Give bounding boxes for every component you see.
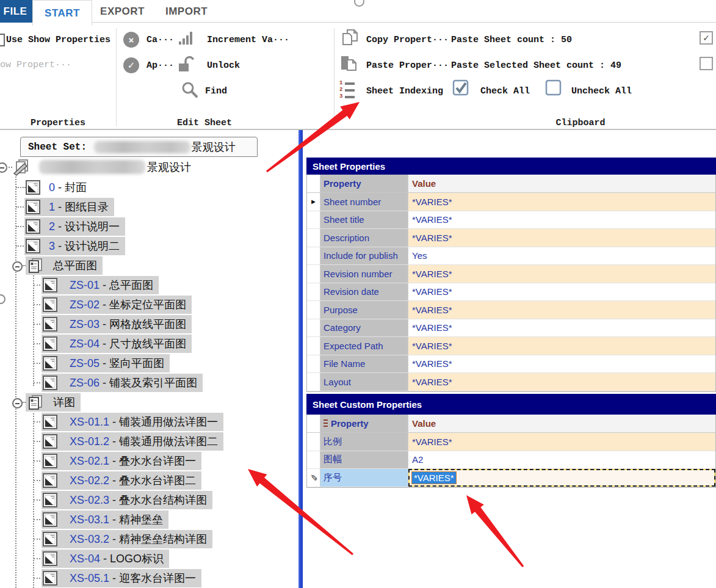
tree-item-highlight[interactable]: ZS-03 - 网格放线平面图 <box>42 315 192 333</box>
find-button[interactable]: Find <box>205 86 227 96</box>
row-indicator <box>307 319 320 337</box>
tab-import[interactable]: IMPORT <box>164 0 209 23</box>
tab-export[interactable]: EXPORT <box>99 0 145 23</box>
property-value-cell[interactable]: Yes <box>408 247 715 265</box>
property-name-cell: Revision number <box>320 265 408 283</box>
copy-properties-button[interactable]: Copy Propert··· <box>366 35 449 45</box>
tree-item[interactable]: XS-04 - LOGO标识 <box>0 549 298 568</box>
tree-item-highlight[interactable]: XS-03.1 - 精神堡垒 <box>42 510 168 529</box>
tree-item[interactable]: ZS-06 - 铺装及索引平面图 <box>0 373 298 393</box>
tree-item-highlight[interactable]: XS-02.3 - 叠水水台结构详图 <box>42 491 212 509</box>
sheet-icon <box>43 356 57 371</box>
use-show-properties-label[interactable]: Use Show Properties <box>6 35 110 45</box>
row-indicator <box>307 265 320 283</box>
tree-item[interactable]: ZS-01 - 总平面图 <box>0 275 298 295</box>
tree-item[interactable]: ZS-04 - 尺寸放线平面图 <box>0 334 298 354</box>
unlock-button[interactable]: Unlock <box>207 60 240 71</box>
check-all-button[interactable]: Check All <box>480 86 530 96</box>
paste-sheet-count-checkbox[interactable]: ✓ <box>700 31 713 45</box>
property-value-cell[interactable]: *VARIES* <box>408 193 715 211</box>
tree-item[interactable]: 详图 <box>0 393 298 412</box>
paste-properties-button[interactable]: Paste Proper··· <box>366 60 449 71</box>
tree-expander-icon[interactable] <box>12 261 23 272</box>
paste-properties-icon[interactable] <box>339 54 359 75</box>
tree-item[interactable]: XS-03.2 - 精神堡垒结构详图 <box>0 529 298 549</box>
property-value-cell[interactable]: A2 <box>408 451 715 469</box>
tree-item-highlight[interactable]: ZS-02 - 坐标定位平面图 <box>42 296 192 314</box>
increment-value-button[interactable]: Increment Va··· <box>207 35 289 45</box>
property-value-cell[interactable]: *VARIES* <box>408 301 715 319</box>
tree-item-highlight[interactable]: XS-03.2 - 精神堡垒结构详图 <box>42 530 212 548</box>
tree-item[interactable]: ZS-05 - 竖向平面图 <box>0 354 298 373</box>
sheet-icon <box>43 336 57 351</box>
property-value-cell[interactable]: *VARIES* <box>408 355 715 373</box>
tree-item[interactable]: XS-05.1 - 迎客水台详图一 <box>0 568 298 588</box>
tree-item[interactable]: ZS-03 - 网格放线平面图 <box>0 314 298 334</box>
property-value-cell[interactable]: *VARIES* <box>408 229 715 247</box>
sheet-properties-header: Sheet Properties <box>306 158 716 175</box>
tree-item[interactable]: XS-01.2 - 铺装通用做法详图二 <box>0 432 298 451</box>
tree-item[interactable]: 总平面图 <box>0 256 298 275</box>
tab-start[interactable]: START <box>32 0 92 26</box>
tree-item-highlight[interactable]: XS-04 - LOGO标识 <box>42 550 169 568</box>
tree-item[interactable]: 1 - 图纸目录 <box>0 197 298 217</box>
property-value-cell[interactable]: *VARIES* <box>408 283 715 301</box>
row-indicator <box>307 229 320 247</box>
apply-icon[interactable]: ✓ <box>123 57 139 73</box>
paste-selected-sheet-count-checkbox[interactable] <box>700 57 713 70</box>
tree-item-highlight[interactable]: ZS-05 - 竖向平面图 <box>42 354 170 372</box>
tree-item-highlight[interactable]: XS-05.1 - 迎客水台详图一 <box>42 569 201 587</box>
sheet-indexing-button[interactable]: Sheet Indexing <box>366 86 443 96</box>
tree-item-highlight[interactable]: ZS-04 - 尺寸放线平面图 <box>42 335 192 353</box>
tree-item[interactable]: XS-03.1 - 精神堡垒 <box>0 510 298 529</box>
column-grip-icon[interactable] <box>324 419 328 427</box>
unlock-icon[interactable] <box>178 55 196 76</box>
property-row: ►Sheet number*VARIES* <box>307 193 715 211</box>
tree-item-highlight[interactable]: XS-01.1 - 铺装通用做法详图一 <box>42 413 223 431</box>
property-value-cell[interactable]: *VARIES* <box>408 265 715 283</box>
tree-root-item[interactable]: 景观设计 <box>0 158 298 177</box>
use-show-properties-checkbox[interactable] <box>0 34 5 46</box>
tree-item-highlight[interactable]: ZS-06 - 铺装及索引平面图 <box>42 374 203 392</box>
tree-item-highlight[interactable]: 1 - 图纸目录 <box>24 198 114 216</box>
editing-row-indicator: ✎ <box>307 469 320 487</box>
tree-item-highlight[interactable]: 详图 <box>26 393 81 412</box>
uncheck-all-icon[interactable] <box>545 79 562 99</box>
tree-item-label: XS-03.1 - 精神堡垒 <box>70 512 163 527</box>
property-value-cell[interactable]: *VARIES* <box>408 337 715 355</box>
tree-item[interactable]: XS-02.3 - 叠水水台结构详图 <box>0 490 298 510</box>
uncheck-all-button[interactable]: Uncheck All <box>571 86 632 96</box>
tree-item[interactable]: 3 - 设计说明二 <box>0 236 298 256</box>
tree-item-highlight[interactable]: XS-02.1 - 叠水水台详图一 <box>42 452 201 470</box>
tree-item[interactable]: XS-01.1 - 铺装通用做法详图一 <box>0 412 298 432</box>
tree-item-highlight[interactable]: XS-01.2 - 铺装通用做法详图二 <box>42 432 223 451</box>
increment-value-icon[interactable] <box>179 31 192 45</box>
sheet-indexing-icon[interactable]: 1 2 3 <box>339 81 355 100</box>
tree-item-highlight[interactable]: 0 - 封面 <box>24 178 92 197</box>
tree-expander-icon[interactable] <box>12 398 23 408</box>
property-value-cell[interactable]: *VARIES* <box>408 211 715 229</box>
tree-item[interactable]: XS-02.2 - 叠水水台详图二 <box>0 471 298 490</box>
find-icon[interactable] <box>181 81 199 101</box>
copy-properties-icon[interactable] <box>341 29 360 49</box>
tree-item-highlight[interactable]: 总平面图 <box>26 256 103 275</box>
property-value-cell[interactable]: *VARIES* <box>408 319 715 337</box>
check-all-icon[interactable] <box>452 79 469 99</box>
tree-item[interactable]: XS-02.1 - 叠水水台详图一 <box>0 451 298 471</box>
tree-item[interactable]: ZS-02 - 坐标定位平面图 <box>0 295 298 314</box>
property-value-cell[interactable]: *VARIES* <box>408 373 715 391</box>
property-value-cell[interactable]: *VARIES* <box>408 469 715 487</box>
sheet-icon <box>43 415 57 429</box>
apply-button[interactable]: Ap··· <box>146 60 174 71</box>
property-value-cell[interactable]: *VARIES* <box>408 433 715 451</box>
cancel-icon[interactable]: × <box>123 32 139 48</box>
tree-root-label[interactable]: 景观设计 <box>147 160 191 175</box>
tree-item[interactable]: 2 - 设计说明一 <box>0 217 298 236</box>
panel-splitter[interactable] <box>298 130 303 588</box>
tree-item-highlight[interactable]: 3 - 设计说明二 <box>24 237 125 255</box>
tree-item[interactable]: 0 - 封面 <box>0 178 298 197</box>
cancel-button[interactable]: Ca··· <box>146 35 174 45</box>
tree-item-highlight[interactable]: ZS-01 - 总平面图 <box>42 276 159 294</box>
tree-item-highlight[interactable]: 2 - 设计说明一 <box>24 217 125 236</box>
tree-item-highlight[interactable]: XS-02.2 - 叠水水台详图二 <box>42 471 201 490</box>
